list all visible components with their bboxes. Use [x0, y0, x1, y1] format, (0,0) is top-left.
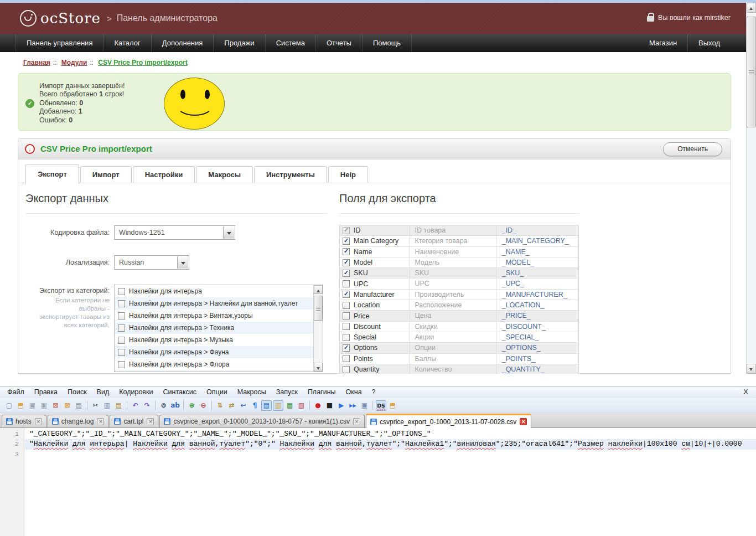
category-checkbox[interactable]: [118, 337, 125, 344]
toolbar-icon[interactable]: [183, 400, 184, 410]
field-checkbox[interactable]: [343, 280, 350, 287]
field-checkbox[interactable]: [343, 355, 350, 362]
menu-item[interactable]: Поиск: [63, 386, 92, 398]
editor-tab[interactable]: csvprice_export_0-10000_2013-10-18-0757 …: [159, 415, 365, 427]
category-row[interactable]: Наклейки для интерьра: [115, 285, 313, 297]
nav-item[interactable]: Магазин: [639, 34, 687, 52]
toolbar-icon[interactable]: ⬒: [15, 400, 26, 411]
breadcrumb-link[interactable]: CSV Price Pro import/export: [98, 59, 187, 66]
menu-item[interactable]: Опции: [201, 386, 232, 398]
menu-item[interactable]: ?: [367, 386, 381, 398]
nav-item[interactable]: Помощь: [363, 34, 412, 52]
toolbar-icon[interactable]: ↶: [130, 400, 141, 411]
toolbar-icon[interactable]: [372, 400, 373, 410]
category-row[interactable]: Наклейки для интерьра > Фауна: [115, 346, 313, 358]
menu-item[interactable]: Вид: [92, 386, 115, 398]
field-checkbox[interactable]: [343, 344, 350, 352]
scroll-up-icon[interactable]: [747, 3, 756, 13]
toolbar-icon[interactable]: ⊕: [187, 400, 197, 411]
toolbar-icon[interactable]: ▤: [74, 400, 84, 411]
toolbar-icon[interactable]: DS: [376, 400, 386, 411]
toolbar-icon[interactable]: ▣: [27, 400, 38, 411]
editor-tab[interactable]: change.log ×: [48, 415, 109, 427]
toolbar-icon[interactable]: ●: [313, 400, 323, 411]
toolbar-icon[interactable]: ⬒: [387, 400, 398, 411]
field-checkbox[interactable]: [343, 227, 350, 234]
category-checkbox[interactable]: [118, 312, 125, 319]
tab-close-icon[interactable]: ×: [353, 418, 360, 425]
page-scrollbar[interactable]: [746, 3, 756, 374]
editor-tab[interactable]: hosts ×: [2, 415, 46, 427]
category-checkbox[interactable]: [118, 361, 125, 368]
toolbar-icon[interactable]: ab: [170, 400, 180, 411]
toolbar-icon[interactable]: ⊖: [198, 400, 209, 411]
category-row[interactable]: Наклейки для интерьра > Техника: [115, 322, 313, 334]
tab-close-icon[interactable]: ×: [35, 418, 42, 425]
menu-item[interactable]: Окна: [341, 386, 367, 398]
toolbar-icon[interactable]: ▣: [359, 400, 370, 411]
breadcrumb-link[interactable]: Главная: [23, 59, 50, 66]
toolbar-icon[interactable]: ▤: [261, 400, 272, 411]
field-checkbox[interactable]: [343, 302, 350, 309]
toolbar-icon[interactable]: [309, 400, 310, 410]
menu-item[interactable]: Кодировки: [114, 386, 158, 398]
toolbar-icon[interactable]: ▶▶: [348, 400, 358, 411]
toolbar-icon[interactable]: ▧: [296, 400, 307, 411]
module-tab[interactable]: Help: [328, 166, 368, 183]
field-checkbox[interactable]: [343, 334, 350, 341]
scroll-thumb[interactable]: [747, 17, 756, 127]
toolbar-icon[interactable]: ✂: [90, 400, 101, 411]
encoding-select[interactable]: Windows-1251: [114, 225, 235, 240]
module-tab[interactable]: Настройки: [133, 166, 195, 183]
toolbar-icon[interactable]: ⊠: [62, 400, 73, 411]
toolbar-icon[interactable]: ▶: [336, 400, 346, 411]
tab-close-icon[interactable]: ×: [147, 418, 154, 425]
category-checkbox[interactable]: [118, 300, 125, 307]
window-close-button[interactable]: X: [741, 386, 750, 398]
locale-select[interactable]: Russian: [114, 255, 189, 270]
toolbar-icon[interactable]: ■: [324, 400, 335, 411]
toolbar-icon[interactable]: [155, 400, 156, 410]
module-tab[interactable]: Инструменты: [254, 166, 327, 183]
module-tab[interactable]: Экспорт: [25, 164, 79, 184]
category-row[interactable]: Наклейки для интерьра > Флора: [115, 358, 313, 370]
scroll-thumb[interactable]: [314, 296, 323, 321]
logo[interactable]: ocStore > Панель администратора: [20, 10, 218, 27]
dropdown-arrow-icon[interactable]: [177, 256, 188, 269]
toolbar-icon[interactable]: ⊠: [50, 400, 61, 411]
field-checkbox[interactable]: [343, 259, 350, 266]
field-checkbox[interactable]: [343, 366, 350, 373]
text-editor[interactable]: 1 "_CATEGORY_";"_ID_";"_MAIN_CATEGORY_";…: [0, 428, 756, 536]
menu-item[interactable]: Синтаксис: [158, 386, 201, 398]
toolbar-icon[interactable]: ▣: [39, 400, 49, 411]
toolbar-icon[interactable]: [87, 400, 87, 410]
categories-listbox[interactable]: Наклейки для интерьра Наклейки для интер…: [114, 285, 323, 372]
toolbar-icon[interactable]: ▤: [113, 400, 124, 411]
toolbar-icon[interactable]: ▢: [4, 400, 14, 411]
field-checkbox[interactable]: [343, 323, 350, 330]
nav-item[interactable]: Каталог: [103, 34, 151, 52]
toolbar-icon[interactable]: ▦: [284, 400, 295, 411]
editor-tab[interactable]: csvprice_export_0-1000_2013-11-07-0028.c…: [366, 414, 531, 428]
category-checkbox[interactable]: [118, 288, 125, 295]
breadcrumb-link[interactable]: Модули: [61, 59, 87, 66]
toolbar-icon[interactable]: ⇄: [226, 400, 237, 411]
categories-scrollbar[interactable]: [313, 285, 323, 372]
scroll-down-icon[interactable]: [314, 363, 323, 372]
nav-item[interactable]: Дополнения: [152, 34, 214, 52]
dropdown-arrow-icon[interactable]: [223, 226, 234, 239]
category-row[interactable]: Наклейки для интерьра > Музыка: [115, 334, 313, 346]
toolbar-icon[interactable]: ▥: [102, 400, 112, 411]
menu-item[interactable]: Файл: [2, 386, 29, 398]
cancel-button[interactable]: Отменить: [663, 142, 722, 156]
scroll-down-icon[interactable]: [747, 364, 756, 374]
tab-close-icon[interactable]: ×: [97, 418, 104, 425]
field-checkbox[interactable]: [343, 248, 350, 255]
category-checkbox[interactable]: [118, 349, 125, 356]
field-checkbox[interactable]: [343, 238, 350, 245]
module-tab[interactable]: Макросы: [196, 166, 253, 183]
field-checkbox[interactable]: [343, 312, 350, 319]
category-row[interactable]: Наклейки для интерьра > Персонажи: [115, 370, 313, 372]
module-tab[interactable]: Импорт: [80, 166, 132, 183]
scroll-up-icon[interactable]: [314, 285, 323, 294]
